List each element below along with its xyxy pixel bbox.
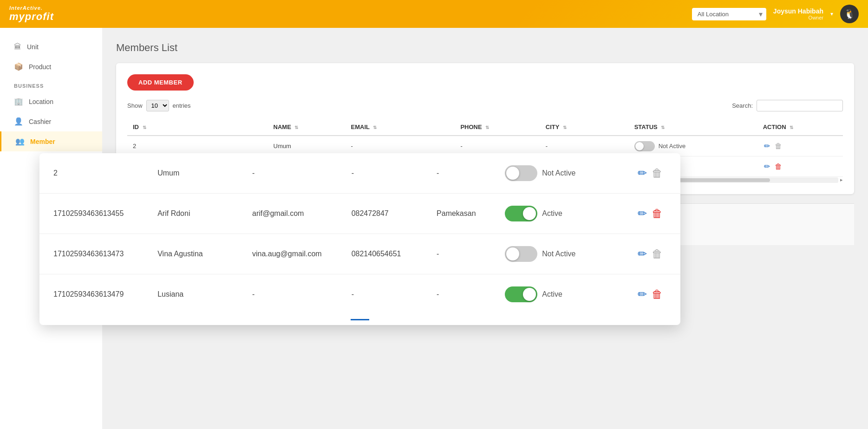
col-city[interactable]: CITY ⇅: [540, 119, 629, 136]
sidebar-item-location[interactable]: 🏢 Location: [0, 91, 102, 111]
big-edit-button[interactable]: ✏: [638, 207, 647, 220]
status-toggle[interactable]: [634, 141, 655, 151]
expanded-cell-status: Not Active: [491, 153, 623, 194]
big-status-label: Active: [542, 290, 562, 299]
col-action[interactable]: ACTION ⇅: [757, 119, 843, 136]
expanded-cell-city: -: [423, 234, 491, 274]
expanded-cell-id: 17102593463613473: [39, 234, 144, 274]
col-id[interactable]: ID ⇅: [127, 119, 268, 136]
location-icon: 🏢: [14, 97, 23, 106]
expanded-cell-city: Pamekasan: [423, 194, 491, 234]
big-edit-button[interactable]: ✏: [638, 167, 647, 180]
status-label: Not Active: [659, 143, 686, 150]
expanded-table-row: 17102593463613455 Arif Rdoni arif@gmail.…: [39, 194, 680, 234]
sidebar-item-cashier[interactable]: 👤 Cashier: [0, 111, 102, 131]
expanded-table: 2 Umum - - - Not Active ✏ 🗑: [39, 153, 680, 314]
sidebar-item-location-label: Location: [29, 98, 53, 105]
big-status-toggle[interactable]: [505, 286, 537, 302]
cashier-icon: 👤: [14, 117, 23, 126]
table-header: ID ⇅ NAME ⇅ EMAIL ⇅ PHONE ⇅ CITY ⇅ STATU…: [127, 119, 843, 136]
sidebar-item-member-label: Member: [30, 138, 55, 145]
cell-action: ✏ 🗑: [757, 156, 843, 177]
expanded-cell-name: Arif Rdoni: [144, 194, 238, 234]
expanded-cell-action: ✏ 🗑: [624, 194, 680, 234]
col-email[interactable]: EMAIL ⇅: [346, 119, 455, 136]
expanded-cell-name: Lusiana: [144, 274, 238, 315]
expanded-cell-action: ✏ 🗑: [624, 153, 680, 194]
expanded-cell-id: 17102593463613455: [39, 194, 144, 234]
sidebar-item-cashier-label: Cashier: [29, 118, 51, 125]
expanded-table-row: 17102593463613473 Vina Agustina vina.aug…: [39, 234, 680, 274]
delete-button[interactable]: 🗑: [774, 141, 783, 151]
page-title: Members List: [116, 42, 854, 54]
entries-select[interactable]: 10 25 50: [146, 100, 169, 111]
blue-underline: [351, 319, 369, 320]
expanded-cell-phone: -: [338, 153, 423, 194]
scroll-right-icon[interactable]: ▸: [840, 177, 843, 183]
expanded-cell-email: arif@gmail.com: [238, 194, 338, 234]
expanded-table-overlay: 2 Umum - - - Not Active ✏ 🗑: [39, 153, 680, 325]
expanded-cell-phone: 082472847: [338, 194, 423, 234]
add-member-button[interactable]: ADD MEMBER: [127, 74, 194, 91]
col-name[interactable]: NAME ⇅: [268, 119, 346, 136]
delete-button[interactable]: 🗑: [774, 162, 783, 172]
edit-button[interactable]: ✏: [763, 141, 771, 151]
expanded-cell-status: Active: [491, 274, 623, 315]
expanded-body: 2 Umum - - - Not Active ✏ 🗑: [39, 153, 680, 314]
big-delete-button[interactable]: 🗑: [652, 207, 663, 220]
expanded-cell-name: Umum: [144, 153, 238, 194]
sidebar-item-product[interactable]: 📦 Product: [0, 57, 102, 77]
cell-action: ✏ 🗑: [757, 136, 843, 156]
expanded-cell-action: ✏ 🗑: [624, 234, 680, 274]
expanded-cell-name: Vina Agustina: [144, 234, 238, 274]
unit-icon: 🏛: [14, 43, 21, 51]
sidebar-item-unit-label: Unit: [27, 43, 39, 51]
expanded-table-row: 17102593463613479 Lusiana - - - Active ✏…: [39, 274, 680, 315]
big-delete-button[interactable]: 🗑: [652, 167, 663, 180]
big-status-toggle[interactable]: [505, 246, 537, 262]
header-right: All Location Location 1 Location 2 Joysu…: [692, 5, 859, 23]
expanded-cell-id: 17102593463613479: [39, 274, 144, 315]
logo: InterActive. myprofit: [9, 5, 54, 23]
expanded-cell-city: -: [423, 153, 491, 194]
location-select[interactable]: All Location Location 1 Location 2: [692, 8, 766, 20]
product-icon: 📦: [14, 62, 23, 71]
location-selector-wrapper: All Location Location 1 Location 2: [692, 8, 766, 20]
entries-label: entries: [173, 102, 191, 109]
search-label: Search:: [732, 102, 753, 109]
expanded-cell-email: vina.aug@gmail.com: [238, 234, 338, 274]
expanded-cell-status: Not Active: [491, 234, 623, 274]
user-info: Joysun Habibah Owner: [773, 7, 823, 20]
big-edit-button[interactable]: ✏: [638, 288, 647, 301]
sidebar-section-business: BUSINESS: [0, 77, 102, 91]
sidebar-item-product-label: Product: [29, 63, 51, 71]
big-edit-button[interactable]: ✏: [638, 247, 647, 260]
user-role: Owner: [773, 15, 823, 20]
search-input[interactable]: [757, 100, 843, 111]
avatar: 🐧: [840, 5, 859, 23]
expanded-table-row: 2 Umum - - - Not Active ✏ 🗑: [39, 153, 680, 194]
big-status-label: Not Active: [542, 250, 575, 258]
user-name: Joysun Habibah: [773, 7, 823, 15]
table-controls: Show 10 25 50 entries Search:: [127, 100, 843, 111]
expanded-cell-email: -: [238, 153, 338, 194]
member-icon: 👥: [15, 137, 25, 146]
big-status-label: Not Active: [542, 169, 575, 177]
col-phone[interactable]: PHONE ⇅: [455, 119, 540, 136]
edit-button[interactable]: ✏: [763, 161, 771, 172]
sidebar-item-member[interactable]: 👥 Member: [0, 131, 102, 151]
logo-interactive: InterActive.: [9, 5, 54, 11]
logo-myprofit: myprofit: [9, 11, 54, 23]
sidebar-item-unit[interactable]: 🏛 Unit: [0, 37, 102, 57]
big-delete-button[interactable]: 🗑: [652, 247, 663, 260]
col-status[interactable]: STATUS ⇅: [629, 119, 757, 136]
expanded-cell-status: Active: [491, 194, 623, 234]
big-status-toggle[interactable]: [505, 206, 537, 221]
show-label: Show: [127, 102, 143, 109]
big-status-toggle[interactable]: [505, 165, 537, 181]
big-delete-button[interactable]: 🗑: [652, 288, 663, 301]
big-status-label: Active: [542, 209, 562, 218]
chevron-down-icon: ▾: [830, 11, 833, 17]
header: InterActive. myprofit All Location Locat…: [0, 0, 868, 28]
expanded-cell-phone: 082140654651: [338, 234, 423, 274]
